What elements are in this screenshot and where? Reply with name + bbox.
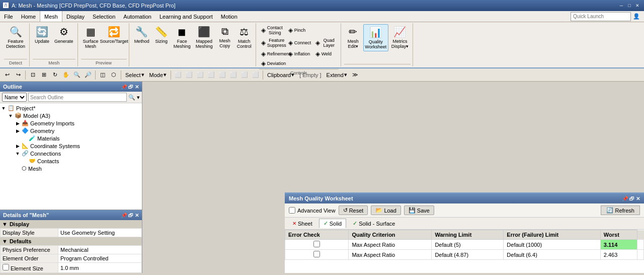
menu-learning[interactable]: Learning and Support [155, 11, 217, 22]
tree-item-mesh[interactable]: ⬡ Mesh [1, 165, 141, 172]
tree-item-geometry[interactable]: ▶ 🔷 Geometry [1, 127, 141, 134]
view-front-button[interactable]: ◫ [98, 70, 108, 80]
element-order-value[interactable]: Program Controlled [58, 254, 142, 263]
view-btn5[interactable]: ⬜ [217, 70, 227, 80]
title-bar-controls[interactable]: ─ □ ✕ [618, 2, 641, 9]
physics-pref-value[interactable]: Mechanical [58, 246, 142, 254]
element-size-checkbox[interactable] [3, 264, 9, 270]
feature-detection-button[interactable]: 🔍 FeatureDetection [4, 24, 27, 50]
tree-item-coord-sys[interactable]: ▶ 📐 Coordinate Systems [1, 142, 141, 150]
metrics-display-button[interactable]: 📈 MetricsDisplay▾ [389, 24, 411, 50]
quality-worksheet-button[interactable]: 📊 QualityWorksheet [363, 24, 388, 51]
feature-suppress-button[interactable]: ◈ Feature Suppress [259, 37, 284, 49]
refinement-button[interactable]: ◈ Refinement [259, 49, 284, 58]
display-section-header[interactable]: ▼ Display [0, 220, 142, 228]
menu-home[interactable]: Home [17, 11, 40, 22]
rotate-button[interactable]: ↻ [50, 70, 60, 80]
generate-button[interactable]: ⚙ Generate [52, 24, 75, 45]
undo-button[interactable]: ↩ [2, 70, 12, 80]
display-style-value[interactable]: Use Geometry Setting [58, 229, 142, 237]
minimize-button[interactable]: ─ [618, 2, 625, 9]
clipboard-dropdown[interactable]: Clipboard ▾ [265, 71, 296, 79]
match-control-button[interactable]: ⚖ MatchControl [235, 24, 254, 50]
menu-automation[interactable]: Automation [119, 11, 155, 22]
load-button[interactable]: 📂 Load [371, 205, 400, 215]
menu-motion[interactable]: Motion [217, 11, 242, 22]
connect-button[interactable]: ◈ Connect [286, 37, 311, 49]
maximize-button[interactable]: □ [626, 2, 633, 9]
inflation-button[interactable]: ◈ Inflation [286, 49, 311, 58]
quick-launch-input[interactable] [571, 12, 631, 21]
view-btn2[interactable]: ⬜ [184, 70, 194, 80]
advanced-view-check[interactable]: Advanced View [289, 207, 336, 214]
row2-checkbox[interactable] [313, 251, 320, 257]
surface-mesh-button[interactable]: ▦ SurfaceMesh [81, 24, 101, 50]
sheet-tab-close-icon[interactable]: ✕ [292, 221, 296, 226]
mesh-edit-button[interactable]: ✏ MeshEdit▾ [344, 24, 362, 50]
menu-selection[interactable]: Selection [89, 11, 119, 22]
tab-sheet[interactable]: ✕ Sheet [288, 219, 317, 228]
view-iso-button[interactable]: ⬡ [109, 70, 119, 80]
worksheet-restore-button[interactable]: 🗗 [629, 196, 634, 201]
row1-checkbox[interactable] [313, 241, 320, 247]
toolbar-more-button[interactable]: ≫ [350, 70, 360, 80]
tree-item-materials[interactable]: 🧪 Materials [1, 134, 141, 142]
save-button[interactable]: 💾 Save [404, 205, 434, 215]
filter-icon[interactable]: ▾ [137, 94, 140, 101]
source-target-button[interactable]: 🔁 Source/Target [102, 24, 127, 45]
zoom-in-button[interactable]: 🔍 [72, 70, 82, 80]
deviation-button[interactable]: ◈ Deviation [259, 59, 284, 68]
close-button[interactable]: ✕ [634, 2, 641, 9]
outline-pin-button[interactable]: 📌 [121, 84, 127, 90]
outline-close-button[interactable]: ✕ [135, 84, 139, 90]
redo-button[interactable]: ↪ [13, 70, 23, 80]
worksheet-pin-button[interactable]: 📌 [622, 196, 628, 201]
method-button[interactable]: 🔧 Method [132, 24, 151, 45]
mode-dropdown[interactable]: Mode ▾ [147, 71, 169, 79]
update-button[interactable]: 🔄 Update [33, 24, 51, 45]
view-btn1[interactable]: ⬜ [173, 70, 183, 80]
user-icon[interactable]: 👤 [633, 13, 640, 20]
zoom-box-button[interactable]: ⊞ [39, 70, 49, 80]
outline-restore-button[interactable]: 🗗 [128, 84, 133, 90]
mesh-copy-button[interactable]: ⧉ MeshCopy [216, 24, 234, 50]
tree-item-model[interactable]: ▼ 📦 Model (A3) [1, 112, 141, 119]
outline-search-input[interactable] [28, 93, 127, 102]
details-pin-button[interactable]: 📌 [121, 213, 127, 218]
contact-sizing-button[interactable]: ◈ Contact Sizing [259, 24, 284, 36]
menu-display[interactable]: Display [62, 11, 89, 22]
quad-layer-button[interactable]: ◈ Quad Layer [313, 37, 339, 49]
details-close-button[interactable]: ✕ [135, 213, 139, 218]
tree-item-contacts[interactable]: 🤝 Contacts [1, 157, 141, 165]
zoom-out-button[interactable]: 🔎 [83, 70, 93, 80]
view-btn8[interactable]: ⬜ [251, 70, 261, 80]
menu-file[interactable]: File [0, 11, 17, 22]
tree-item-geom-imports[interactable]: ▶ 📥 Geometry Imports [1, 119, 141, 127]
tab-solid-surface[interactable]: ✓ Solid - Surface [348, 219, 399, 228]
tree-item-project[interactable]: ▼ 📋 Project* [1, 104, 141, 112]
view-btn3[interactable]: ⬜ [195, 70, 205, 80]
tab-solid[interactable]: ✓ Solid [319, 219, 346, 228]
view-btn7[interactable]: ⬜ [239, 70, 250, 80]
reset-button[interactable]: ↺ Reset [339, 205, 368, 215]
view-btn4[interactable]: ⬜ [206, 70, 216, 80]
extend-dropdown[interactable]: Extend ▾ [325, 71, 349, 79]
refresh-button[interactable]: 🔄 Refresh [601, 205, 640, 215]
select-dropdown[interactable]: Select ▾ [123, 71, 146, 79]
mapped-meshing-button[interactable]: ⬛ MappedMeshing [194, 24, 215, 50]
details-restore-button[interactable]: 🗗 [128, 213, 133, 218]
sizing-button[interactable]: 📏 Sizing [152, 24, 171, 45]
tree-item-connections[interactable]: ▼ 🔗 Connections [1, 150, 141, 157]
face-meshing-button[interactable]: ◼ FaceMeshing [172, 24, 193, 50]
defaults-section-header[interactable]: ▼ Defaults [0, 237, 142, 245]
zoom-fit-button[interactable]: ⊡ [28, 70, 38, 80]
advanced-view-checkbox[interactable] [289, 207, 295, 214]
weld-button[interactable]: ◈ Weld [313, 49, 334, 58]
menu-mesh[interactable]: Mesh [40, 11, 62, 22]
search-icon[interactable]: 🔍 [128, 94, 135, 101]
view-btn6[interactable]: ⬜ [228, 70, 238, 80]
element-size-value[interactable]: 1.0 mm [58, 263, 142, 273]
pinch-button[interactable]: ◈ Pinch [286, 24, 308, 36]
pan-button[interactable]: ✋ [61, 70, 71, 80]
worksheet-close-button[interactable]: ✕ [636, 196, 640, 201]
